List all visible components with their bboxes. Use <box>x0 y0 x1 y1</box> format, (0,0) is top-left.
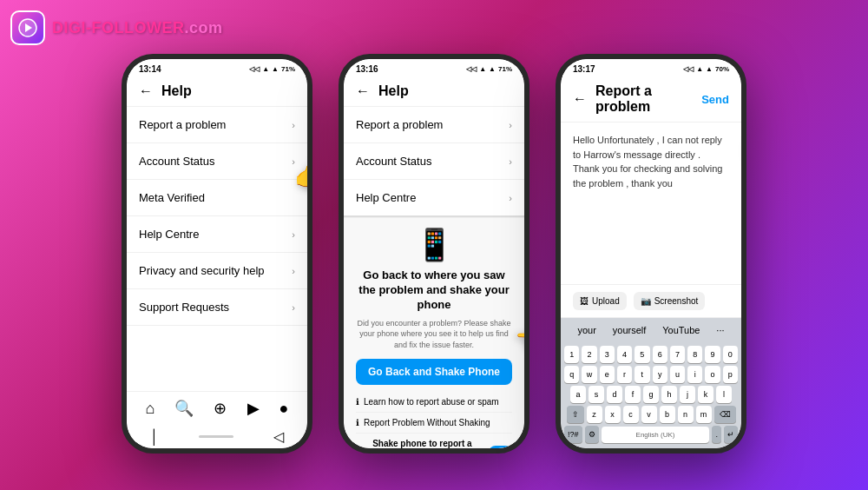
key-e[interactable]: e <box>600 366 615 383</box>
toggle-label: Shake phone to report a problem <box>356 439 489 448</box>
shake-section: 📱 Go back to where you saw the problem a… <box>344 217 524 448</box>
upload-bar: 🖼 Upload 📷 Screenshot <box>561 284 741 318</box>
key-9[interactable]: 9 <box>705 346 720 363</box>
menu-account-2[interactable]: Account Status › <box>344 143 524 180</box>
keyboard-row-asdf: a s d f g h j k l <box>564 386 738 403</box>
word-youtube[interactable]: YouTube <box>655 323 707 337</box>
key-y[interactable]: y <box>653 366 667 383</box>
learn-link-text: Learn how to report abuse or spam <box>364 397 499 407</box>
app-header-2: ← Help <box>344 76 524 107</box>
keyboard-row-qwerty: q w e r t y u i o p <box>564 366 738 383</box>
key-3[interactable]: 3 <box>600 346 615 363</box>
report-link-text: Report Problem Without Shaking <box>364 418 490 427</box>
shake-toggle-switch[interactable] <box>489 446 512 448</box>
key-enter[interactable]: ↵ <box>724 426 738 443</box>
key-p[interactable]: p <box>723 366 738 383</box>
key-k[interactable]: k <box>698 386 713 403</box>
menu-report-2[interactable]: Report a problem › <box>344 107 524 143</box>
key-settings[interactable]: ⚙ <box>585 426 599 443</box>
word-yourself[interactable]: yourself <box>606 323 654 337</box>
back-arrow-2[interactable]: ← <box>356 83 370 99</box>
upload-button[interactable]: 🖼 Upload <box>573 292 627 310</box>
menu-list-1: Report a problem › Account Status › Meta… <box>127 107 307 391</box>
key-8[interactable]: 8 <box>687 346 702 363</box>
learn-link[interactable]: ℹ Learn how to report abuse or spam <box>356 392 512 413</box>
brand-name-text: DIGI-FOLLOWER <box>52 19 184 36</box>
add-nav-icon[interactable]: ⊕ <box>214 399 227 418</box>
home-nav-icon[interactable]: ⌂ <box>146 400 155 418</box>
menu-account-status[interactable]: Account Status › <box>127 143 307 180</box>
home-indicator-1: │ ◁ <box>127 425 307 448</box>
key-v[interactable]: v <box>641 406 657 423</box>
key-z[interactable]: z <box>587 406 602 423</box>
key-5[interactable]: 5 <box>635 346 649 363</box>
key-f[interactable]: f <box>625 386 641 403</box>
key-n[interactable]: n <box>678 406 694 423</box>
menu-privacy[interactable]: Privacy and security help › <box>127 253 307 289</box>
key-a[interactable]: a <box>570 386 586 403</box>
search-nav-icon[interactable]: 🔍 <box>174 399 194 418</box>
brand-domain: .com <box>184 19 222 36</box>
key-6[interactable]: 6 <box>653 346 667 363</box>
key-u[interactable]: u <box>670 366 685 383</box>
phone-3-screen: 13:17 ◁◁ ▲ ▲ 70% ← Report a problem Send… <box>561 59 741 448</box>
app-header-3: ← Report a problem Send <box>561 76 741 122</box>
key-d[interactable]: d <box>607 386 622 403</box>
menu-report-problem[interactable]: Report a problem › <box>127 107 307 143</box>
key-backspace[interactable]: ⌫ <box>714 406 736 423</box>
profile-nav-icon[interactable]: ● <box>279 400 289 418</box>
word-more[interactable]: ··· <box>709 323 731 337</box>
key-m[interactable]: m <box>696 406 712 423</box>
shake-button[interactable]: Go Back and Shake Phone <box>356 359 512 385</box>
keyboard: 1 2 3 4 5 6 7 8 9 0 q w e r t y <box>561 342 741 448</box>
reels-nav-icon[interactable]: ▶ <box>247 399 260 418</box>
menu-top-2: Report a problem › Account Status › Help… <box>344 107 524 217</box>
brand-name: DIGI-FOLLOWER.com <box>52 19 223 37</box>
key-l[interactable]: l <box>716 386 732 403</box>
screenshot-button[interactable]: 📷 Screenshot <box>634 292 706 310</box>
report-text[interactable]: Hello Unfortunately , I can not reply to… <box>561 122 741 284</box>
key-space[interactable]: English (UK) <box>602 427 710 443</box>
key-num-sym[interactable]: !?# <box>564 426 582 443</box>
key-j[interactable]: j <box>680 386 695 403</box>
key-x[interactable]: x <box>605 406 621 423</box>
shake-icon: 📱 <box>415 227 454 263</box>
shake-title: Go back to where you saw the problem and… <box>356 268 512 313</box>
key-r[interactable]: r <box>617 366 632 383</box>
menu-support[interactable]: Support Requests › <box>127 289 307 326</box>
hand-pointer-1: 👉 <box>294 163 312 192</box>
send-button[interactable]: Send <box>701 93 729 106</box>
key-s[interactable]: s <box>589 386 604 403</box>
menu-help-centre[interactable]: Help Centre › <box>127 216 307 253</box>
word-suggestions: your yourself YouTube ··· <box>561 318 741 342</box>
key-g[interactable]: g <box>643 386 659 403</box>
key-q[interactable]: q <box>564 366 579 383</box>
bottom-nav-1: ⌂ 🔍 ⊕ ▶ ● <box>127 391 307 425</box>
key-7[interactable]: 7 <box>670 346 685 363</box>
key-b[interactable]: b <box>660 406 675 423</box>
key-t[interactable]: t <box>635 366 649 383</box>
status-bar-3: 13:17 ◁◁ ▲ ▲ 70% <box>561 59 741 76</box>
back-arrow-1[interactable]: ← <box>139 83 153 99</box>
key-i[interactable]: i <box>687 366 702 383</box>
back-arrow-3[interactable]: ← <box>573 91 587 107</box>
key-w[interactable]: w <box>582 366 596 383</box>
word-your[interactable]: your <box>570 323 602 337</box>
key-2[interactable]: 2 <box>582 346 596 363</box>
key-4[interactable]: 4 <box>617 346 632 363</box>
key-period[interactable]: . <box>712 426 721 443</box>
report-link[interactable]: ℹ Report Problem Without Shaking <box>356 413 512 434</box>
key-o[interactable]: o <box>705 366 720 383</box>
menu-help-2[interactable]: Help Centre › <box>344 180 524 217</box>
key-1[interactable]: 1 <box>564 346 579 363</box>
keyboard-row-zxcv: ⇧ z x c v b n m ⌫ <box>564 406 738 423</box>
key-shift[interactable]: ⇧ <box>567 406 584 423</box>
key-h[interactable]: h <box>661 386 677 403</box>
menu-meta-verified[interactable]: Meta Verified <box>127 180 307 216</box>
phone-2: 13:16 ◁◁ ▲ ▲ 71% ← Help Report a problem… <box>339 54 529 454</box>
key-0[interactable]: 0 <box>723 346 738 363</box>
keyboard-row-numbers: 1 2 3 4 5 6 7 8 9 0 <box>564 346 738 363</box>
app-header-1: ← Help <box>127 76 307 107</box>
hand-pointer-2: 👉 <box>516 324 529 353</box>
key-c[interactable]: c <box>623 406 639 423</box>
